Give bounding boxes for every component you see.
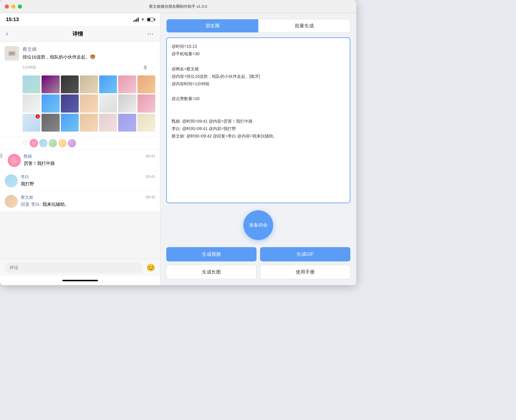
- comment-username: 甄姬: [24, 154, 32, 159]
- battery-icon: [147, 18, 154, 21]
- minimize-button[interactable]: [11, 4, 15, 9]
- photo-item[interactable]: [61, 75, 79, 93]
- post-header: 蔡文姬 排位10连胜，组队的小伙伴走起。🐯: [0, 42, 160, 63]
- tab-batch[interactable]: 批量生成: [258, 19, 350, 32]
- like-avatar: [68, 139, 76, 147]
- right-panel: 朋友圈 批量生成 @时间=15:13 @手机电量=30 @网名=蔡文姬 @内容=…: [160, 13, 356, 285]
- text-editor[interactable]: @时间=15:13 @手机电量=30 @网名=蔡文姬 @内容=排位10连胜，组队…: [166, 37, 350, 203]
- like-avatars: [30, 139, 76, 147]
- photo-item[interactable]: [80, 114, 98, 132]
- home-bar: [62, 280, 98, 281]
- post-meta: 1分钟前 🗑 ··: [0, 63, 160, 73]
- photo-item[interactable]: [80, 75, 98, 93]
- photo-item[interactable]: 1: [23, 114, 40, 132]
- like-avatar: [30, 139, 38, 147]
- comment-body: 蔡文姬 09:42 回复 李白: 我来玩辅助。: [21, 195, 155, 208]
- comment-avatar-zhenjie: [8, 154, 21, 167]
- like-avatar: [39, 139, 48, 147]
- comment-header: 李白 09:41: [21, 174, 155, 180]
- post-content: 蔡文姬 排位10连胜，组队的小伙伴走起。🐯 1分钟前 🗑 ··: [0, 42, 160, 259]
- post-user-info: 蔡文姬 排位10连胜，组队的小伙伴走起。🐯: [23, 46, 155, 61]
- photo-item[interactable]: [118, 114, 136, 132]
- post-text: 排位10连胜，组队的小伙伴走起。🐯: [23, 54, 155, 61]
- like-avatar: [49, 139, 57, 147]
- photo-item[interactable]: [118, 75, 136, 93]
- app-title: 蔡文姬微信朋友圈制作助手 v1.0.0: [149, 4, 207, 9]
- photo-item[interactable]: [61, 114, 79, 132]
- comment-item: 蔡文姬 09:42 回复 李白: 我来玩辅助。: [0, 191, 160, 211]
- comment-avatar-libai: [5, 174, 18, 187]
- post-username: 蔡文姬: [23, 46, 155, 53]
- post-time: 1分钟前: [23, 65, 36, 70]
- window-controls: [5, 4, 22, 9]
- more-actions-button[interactable]: ··: [151, 65, 155, 70]
- photo-grid: 1: [0, 73, 160, 136]
- photo-item[interactable]: [99, 114, 117, 132]
- close-button[interactable]: [5, 4, 9, 9]
- more-button[interactable]: ···: [147, 30, 154, 37]
- photo-item[interactable]: [80, 94, 98, 112]
- comment-item: 李白 09:41 我打野: [0, 170, 160, 191]
- comments-section: 💬 甄姬 09:41 厉害！我打中路: [0, 150, 160, 211]
- photo-item[interactable]: [23, 75, 40, 93]
- comment-main-text: 我来玩辅助。: [42, 202, 69, 207]
- like-icon: ♡: [23, 140, 27, 146]
- comment-body: 李白 09:41 我打野: [21, 174, 155, 187]
- comment-header: 甄姬 09:41: [24, 154, 155, 159]
- like-avatar: [58, 139, 67, 147]
- phone-panel: 15:13: [0, 13, 160, 285]
- photo-item[interactable]: [137, 94, 155, 112]
- comment-item: 💬 甄姬 09:41 厉害！我打中路: [0, 150, 160, 170]
- wifi-icon: [140, 17, 145, 22]
- generate-video-button[interactable]: 生成视频: [166, 247, 257, 261]
- photo-item[interactable]: [42, 75, 59, 93]
- comment-header: 蔡文姬 09:42: [21, 195, 155, 200]
- photo-item[interactable]: [137, 114, 155, 132]
- status-time: 15:13: [6, 17, 19, 23]
- signal-icon: [133, 18, 139, 22]
- comment-input[interactable]: [5, 262, 143, 273]
- tabs-row: 朋友圈 批量生成: [166, 19, 350, 33]
- post-author-avatar: [5, 46, 19, 61]
- comment-text: 我打野: [21, 181, 155, 187]
- photo-item[interactable]: [99, 94, 117, 112]
- comment-time: 09:42: [145, 195, 155, 200]
- status-icons: [133, 17, 154, 22]
- user-manual-button[interactable]: 使用手册: [260, 265, 350, 279]
- photo-item[interactable]: [23, 94, 40, 112]
- comment-time: 09:41: [145, 154, 155, 159]
- reply-to: 李白: [31, 202, 40, 207]
- photo-item[interactable]: [42, 114, 59, 132]
- generate-long-image-button[interactable]: 生成长图: [166, 265, 257, 279]
- comment-avatar-caiwnji2: [5, 195, 18, 208]
- comment-username: 李白: [21, 174, 29, 180]
- reply-prefix: 回复 李白:: [21, 202, 42, 207]
- comment-body: 甄姬 09:41 厉害！我打中路: [24, 154, 155, 167]
- action-buttons: 生成视频 生成GIF 生成长图 使用手册: [166, 247, 350, 279]
- photo-item[interactable]: [118, 94, 136, 112]
- comment-username: 蔡文姬: [21, 195, 33, 200]
- tab-moments[interactable]: 朋友圈: [167, 19, 258, 32]
- back-button[interactable]: ‹: [6, 30, 8, 38]
- nav-title: 详情: [72, 30, 83, 37]
- photo-item[interactable]: [61, 94, 79, 112]
- generate-gif-button[interactable]: 生成GIF: [260, 247, 350, 261]
- phone-navbar: ‹ 详情 ···: [0, 26, 160, 42]
- likes-row: ♡: [0, 136, 160, 150]
- main-layout: 15:13: [0, 13, 356, 285]
- comment-text: 回复 李白: 我来玩辅助。: [21, 201, 155, 208]
- titlebar: 蔡文姬微信朋友圈制作助手 v1.0.0: [0, 0, 356, 13]
- svg-rect-2: [10, 52, 14, 55]
- phone-statusbar: 15:13: [0, 13, 160, 26]
- photo-item[interactable]: [42, 94, 59, 112]
- maximize-button[interactable]: [18, 4, 22, 9]
- emoji-button[interactable]: 😊: [146, 263, 155, 272]
- comment-text: 厉害！我打中路: [24, 160, 155, 167]
- status-button[interactable]: 准备待命: [243, 210, 273, 240]
- comment-bar: 😊: [0, 259, 160, 276]
- photo-item[interactable]: [99, 75, 117, 93]
- delete-button[interactable]: 🗑: [143, 65, 148, 70]
- comment-time: 09:41: [145, 174, 155, 180]
- photo-item[interactable]: [137, 75, 155, 93]
- home-indicator: [0, 276, 160, 285]
